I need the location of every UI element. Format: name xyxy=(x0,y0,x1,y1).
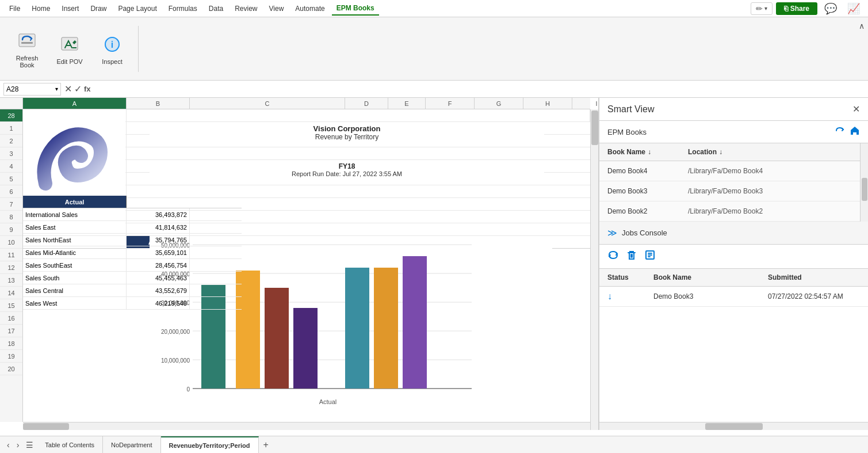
row-num-19[interactable]: 19 xyxy=(0,350,22,363)
next-arrow[interactable]: › xyxy=(17,440,20,450)
epm-books-title: EPM Books xyxy=(607,128,647,136)
close-panel-button[interactable]: ✕ xyxy=(852,104,860,115)
book-row-0[interactable]: Demo Book4 /Library/Fa/Demo Book4 xyxy=(599,161,868,181)
table-row[interactable]: Sales West 46,219,548 xyxy=(23,297,242,310)
table-row[interactable]: International Sales 36,493,872 xyxy=(23,208,242,221)
table-row[interactable]: Sales Mid-Atlantic 35,659,101 xyxy=(23,246,242,259)
tab-table-of-contents[interactable]: Table of Contents xyxy=(37,436,103,453)
refresh-book-button[interactable]: Refresh Book xyxy=(7,23,47,75)
row-value: 28,456,754 xyxy=(127,259,190,271)
row-num-5[interactable]: 5 xyxy=(0,173,22,185)
table-row[interactable]: Sales SouthEast 28,456,754 xyxy=(23,259,242,272)
book-row-1[interactable]: Demo Book3 /Library/Fa/Demo Book3 xyxy=(599,181,868,201)
panel-bottom-scrollbar-thumb[interactable] xyxy=(705,423,763,430)
location-col-header[interactable]: Location ↓ xyxy=(688,148,860,156)
vertical-scrollbar[interactable] xyxy=(590,109,598,430)
actual-col-header: Actual xyxy=(23,196,127,208)
row-num-4[interactable]: 4 xyxy=(0,160,22,173)
menu-data[interactable]: Data xyxy=(204,2,228,15)
panel-bottom-scrollbar[interactable] xyxy=(599,422,868,430)
row-28-num[interactable]: 28 xyxy=(0,109,22,122)
col-header-D[interactable]: D xyxy=(345,98,388,109)
menu-view[interactable]: View xyxy=(265,2,289,15)
prev-arrow[interactable]: ‹ xyxy=(7,440,10,450)
edit-pov-button[interactable]: Edit POV xyxy=(49,23,90,75)
menu-page-layout[interactable]: Page Layout xyxy=(113,2,161,15)
ribbon-collapse-icon[interactable]: ∧ xyxy=(859,21,865,31)
row-num-11[interactable]: 11 xyxy=(0,249,22,261)
table-row[interactable]: Sales NorthEast 35,794,765 xyxy=(23,234,242,246)
row-num-3[interactable]: 3 xyxy=(0,147,22,160)
add-sheet-button[interactable]: + xyxy=(259,440,273,450)
insert-function-icon[interactable]: fx xyxy=(84,85,91,93)
chart-icon[interactable]: 📈 xyxy=(844,0,863,17)
formula-input[interactable] xyxy=(94,83,865,96)
book-name-col-header[interactable]: Book Name ↓ xyxy=(607,148,688,156)
refresh-panel-button[interactable] xyxy=(835,125,845,138)
tab-revenue-by-territory[interactable]: RevenuebyTerritory;Period xyxy=(161,436,259,453)
books-scrollbar-thumb[interactable] xyxy=(862,178,867,201)
row-num-7[interactable]: 7 xyxy=(0,198,22,211)
menu-file[interactable]: File xyxy=(5,2,25,15)
pencil-icon[interactable]: ✏ ▾ xyxy=(751,2,773,15)
col-header-A[interactable]: A xyxy=(23,98,127,109)
menu-insert[interactable]: Insert xyxy=(57,2,83,15)
col-header-F[interactable]: F xyxy=(426,98,475,109)
jobs-delete-icon[interactable] xyxy=(626,249,637,264)
menu-home[interactable]: Home xyxy=(27,2,55,15)
scrollbar-thumb-h[interactable] xyxy=(23,423,69,430)
table-row[interactable]: Sales South 45,455,463 xyxy=(23,272,242,284)
table-row[interactable]: Sales East 41,814,632 xyxy=(23,221,242,234)
inspect-button[interactable]: i Inspect xyxy=(92,23,132,75)
scrollbar-thumb-v[interactable] xyxy=(591,111,598,145)
sheet-list-button[interactable]: ☰ xyxy=(22,440,37,450)
row-label: Sales SouthEast xyxy=(23,259,127,271)
row-num-16[interactable]: 16 xyxy=(0,312,22,325)
menu-automate[interactable]: Automate xyxy=(290,2,329,15)
row-num-20[interactable]: 20 xyxy=(0,363,22,375)
col-header-E[interactable]: E xyxy=(388,98,426,109)
jobs-refresh-icon[interactable] xyxy=(607,249,619,264)
comment-icon[interactable]: 💬 xyxy=(821,0,840,17)
row-label: Sales East xyxy=(23,221,127,233)
horizontal-scrollbar[interactable] xyxy=(23,422,590,430)
book-row-2[interactable]: Demo Book2 /Library/Fa/Demo Book2 xyxy=(599,201,868,222)
name-box[interactable]: A28 ▾ xyxy=(3,83,61,96)
table-row[interactable]: Sales Central 43,552,679 xyxy=(23,284,242,297)
confirm-formula-icon[interactable]: ✓ xyxy=(74,83,82,94)
col-header-G[interactable]: G xyxy=(475,98,523,109)
col-header-H[interactable]: H xyxy=(523,98,572,109)
jobs-status-col: Status xyxy=(607,273,653,281)
menu-review[interactable]: Review xyxy=(230,2,262,15)
menu-epm-books[interactable]: EPM Books xyxy=(332,2,379,16)
row-num-14[interactable]: 14 xyxy=(0,287,22,299)
row-num-18[interactable]: 18 xyxy=(0,337,22,350)
sheet-list-icon[interactable]: ☰ xyxy=(26,440,33,450)
row-num-1[interactable]: 1 xyxy=(0,122,22,135)
cancel-formula-icon[interactable]: ✕ xyxy=(64,83,72,94)
jobs-export-icon[interactable] xyxy=(644,249,656,264)
row-num-13[interactable]: 13 xyxy=(0,274,22,287)
jobs-chevron-icon[interactable]: ≫ xyxy=(607,227,617,238)
prev-sheet-button[interactable]: ‹ xyxy=(3,440,13,450)
row-num-15[interactable]: 15 xyxy=(0,299,22,312)
row-num-10[interactable]: 10 xyxy=(0,236,22,249)
row-num-9[interactable]: 9 xyxy=(0,223,22,236)
row-num-2[interactable]: 2 xyxy=(0,135,22,147)
row-num-8[interactable]: 8 xyxy=(0,211,22,223)
svg-text:20,000,000: 20,000,000 xyxy=(161,329,190,335)
row-num-17[interactable]: 17 xyxy=(0,325,22,337)
next-sheet-button[interactable]: › xyxy=(13,440,23,450)
row-num-6[interactable]: 6 xyxy=(0,185,22,198)
menu-formulas[interactable]: Formulas xyxy=(164,2,202,15)
job-row-0[interactable]: ↓ Demo Book3 07/27/2022 02:54:57 AM xyxy=(599,287,868,307)
home-panel-button[interactable] xyxy=(850,125,860,138)
share-button[interactable]: ⎗ Share xyxy=(776,2,817,15)
tab-nodepartment[interactable]: NoDepartment xyxy=(103,436,161,453)
books-scrollbar[interactable] xyxy=(860,143,868,222)
menu-draw[interactable]: Draw xyxy=(86,2,111,15)
col-header-C[interactable]: C xyxy=(190,98,345,109)
col-header-B[interactable]: B xyxy=(127,98,190,109)
col-header-I[interactable]: I xyxy=(572,98,599,109)
row-num-12[interactable]: 12 xyxy=(0,261,22,274)
